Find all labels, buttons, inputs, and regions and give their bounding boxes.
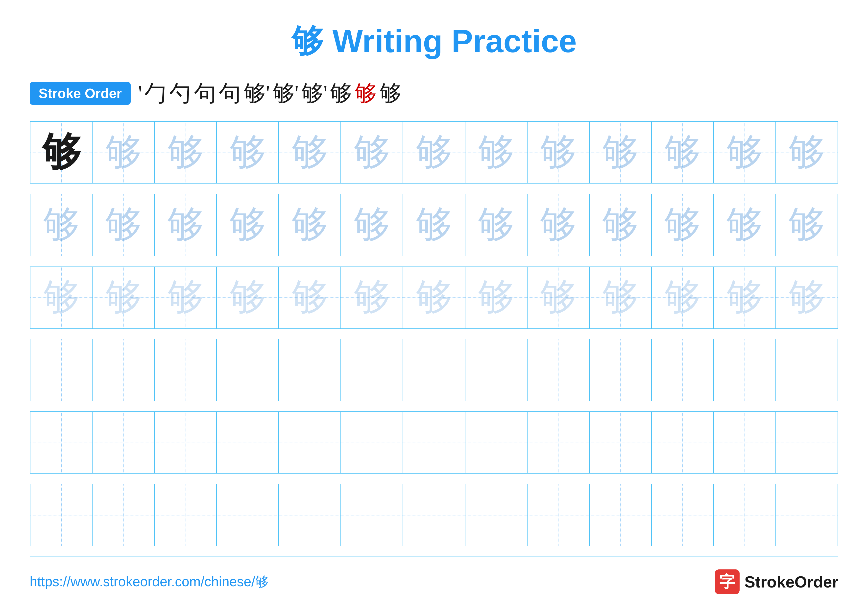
grid-cell[interactable]: 够	[651, 266, 714, 329]
grid-cell[interactable]	[714, 339, 776, 401]
grid-cell[interactable]	[217, 411, 279, 474]
grid-cell[interactable]: 够	[154, 194, 217, 256]
grid-cell[interactable]: 够	[714, 121, 776, 183]
grid-cell[interactable]: 够	[589, 266, 651, 329]
grid-cell[interactable]	[465, 339, 527, 401]
grid-char: 够	[229, 127, 266, 177]
grid-cell[interactable]: 够	[589, 121, 651, 183]
stroke-9: 够	[330, 78, 352, 109]
grid-cell[interactable]	[714, 484, 776, 546]
stroke-2: 勹	[144, 78, 167, 109]
grid-cell[interactable]	[30, 484, 92, 546]
grid-char: 够	[664, 200, 701, 250]
grid-cell[interactable]: 够	[341, 266, 403, 329]
grid-cell[interactable]	[279, 484, 341, 546]
grid-cell[interactable]	[776, 484, 838, 546]
grid-cell[interactable]: 够	[30, 194, 92, 256]
grid-cell[interactable]	[465, 484, 527, 546]
grid-cell[interactable]: 够	[651, 121, 714, 183]
grid-char: 够	[602, 127, 639, 177]
grid-char: 够	[415, 200, 453, 250]
grid-cell[interactable]	[217, 339, 279, 401]
page: 够 Writing Practice Stroke Order ' 勹 勺 句 …	[0, 0, 868, 614]
grid-char: 够	[477, 200, 515, 250]
grid-cell[interactable]: 够	[776, 121, 838, 183]
grid-cell[interactable]: 够	[527, 194, 589, 256]
grid-cell[interactable]: 够	[92, 121, 154, 183]
grid-char: 够	[105, 127, 142, 177]
grid-cell[interactable]	[403, 339, 465, 401]
grid-cell[interactable]	[589, 484, 651, 546]
grid-cell[interactable]	[527, 484, 589, 546]
grid-char: 够	[726, 200, 763, 250]
grid-cell[interactable]	[92, 411, 154, 474]
grid-cell[interactable]	[341, 339, 403, 401]
grid-cell[interactable]: 够	[527, 121, 589, 183]
grid-cell[interactable]	[30, 411, 92, 474]
grid-cell[interactable]: 够	[279, 121, 341, 183]
grid-char: 够	[539, 127, 577, 177]
grid-cell[interactable]	[403, 484, 465, 546]
grid-cell[interactable]: 够	[714, 266, 776, 329]
grid-cell[interactable]	[341, 411, 403, 474]
grid-cell[interactable]: 够	[217, 194, 279, 256]
grid-cell[interactable]: 够	[279, 266, 341, 329]
stroke-sequence: ' 勹 勺 句 句 够' 够' 够' 够 够 够	[138, 78, 401, 109]
grid-cell[interactable]	[527, 339, 589, 401]
grid-cell[interactable]	[651, 411, 714, 474]
grid-cell[interactable]	[217, 484, 279, 546]
grid-cell[interactable]: 够	[30, 121, 92, 183]
grid-cell[interactable]: 够	[154, 121, 217, 183]
grid-cell[interactable]: 够	[30, 266, 92, 329]
grid-cell[interactable]	[154, 484, 217, 546]
grid-char: 够	[291, 200, 329, 250]
grid-cell[interactable]: 够	[92, 266, 154, 329]
grid-cell[interactable]: 够	[527, 266, 589, 329]
stroke-1: '	[138, 81, 142, 106]
grid-cell[interactable]	[92, 484, 154, 546]
footer: https://www.strokeorder.com/chinese/够 字 …	[30, 569, 838, 594]
grid-cell[interactable]: 够	[92, 194, 154, 256]
grid-cell[interactable]	[651, 484, 714, 546]
grid-char: 够	[477, 127, 515, 177]
grid-cell[interactable]	[30, 339, 92, 401]
grid-cell[interactable]	[154, 339, 217, 401]
grid-cell[interactable]	[589, 411, 651, 474]
grid-cell[interactable]: 够	[714, 194, 776, 256]
grid-cell[interactable]	[714, 411, 776, 474]
grid-cell[interactable]	[403, 411, 465, 474]
grid-cell[interactable]	[279, 411, 341, 474]
grid-cell[interactable]: 够	[403, 266, 465, 329]
grid-cell[interactable]: 够	[776, 194, 838, 256]
grid-cell[interactable]	[651, 339, 714, 401]
grid-cell[interactable]	[279, 339, 341, 401]
grid-cell[interactable]: 够	[403, 194, 465, 256]
footer-url[interactable]: https://www.strokeorder.com/chinese/够	[30, 573, 269, 591]
grid-cell[interactable]	[154, 411, 217, 474]
grid-char: 够	[664, 272, 701, 322]
grid-cell[interactable]	[341, 484, 403, 546]
grid-cell[interactable]: 够	[465, 266, 527, 329]
grid-cell[interactable]: 够	[341, 121, 403, 183]
grid-cell[interactable]: 够	[341, 194, 403, 256]
grid-cell[interactable]: 够	[217, 266, 279, 329]
grid-cell[interactable]	[589, 339, 651, 401]
grid-cell[interactable]: 够	[403, 121, 465, 183]
grid-cell[interactable]: 够	[217, 121, 279, 183]
grid-cell[interactable]	[527, 411, 589, 474]
grid-cell[interactable]: 够	[465, 121, 527, 183]
grid-char: 够	[602, 272, 639, 322]
grid-cell[interactable]	[92, 339, 154, 401]
grid-char: 够	[42, 126, 81, 179]
stroke-5: 句	[219, 78, 241, 109]
grid-cell[interactable]: 够	[465, 194, 527, 256]
grid-cell[interactable]: 够	[651, 194, 714, 256]
grid-cell[interactable]	[776, 411, 838, 474]
grid-cell[interactable]: 够	[776, 266, 838, 329]
grid-cell[interactable]: 够	[279, 194, 341, 256]
grid-cell[interactable]	[776, 339, 838, 401]
grid-cell[interactable]	[465, 411, 527, 474]
grid-cell[interactable]: 够	[589, 194, 651, 256]
grid-cell[interactable]: 够	[154, 266, 217, 329]
stroke-7: 够'	[273, 78, 299, 109]
